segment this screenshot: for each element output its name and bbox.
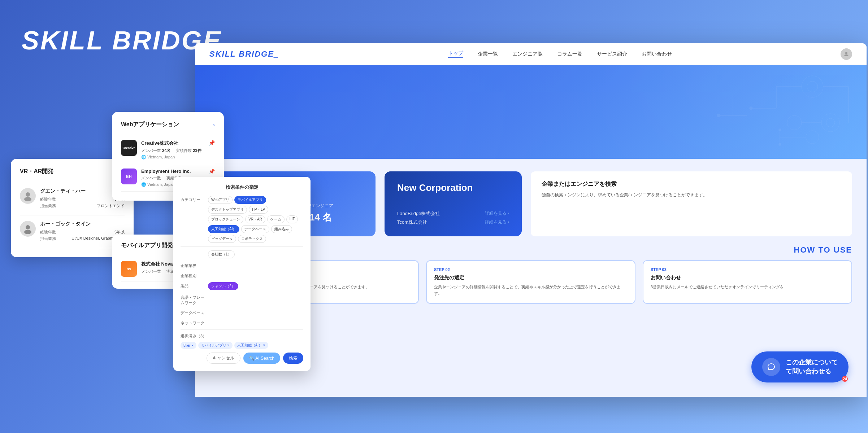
step-2-title: 発注先の選定 xyxy=(434,275,628,281)
tag-mobile[interactable]: モバイルアプリ xyxy=(234,196,266,204)
company-member-novasoft: メンバー数 xyxy=(141,269,161,274)
step-3-title: お問い合わせ xyxy=(651,275,844,281)
engineer-detail-2-exp: 経験年数 5年以 xyxy=(40,229,125,235)
filter-company-count-label xyxy=(181,250,206,258)
corp-company-1-link[interactable]: 詳細を見る › xyxy=(485,210,509,217)
corp-company-2-link[interactable]: 詳細を見る › xyxy=(485,219,509,226)
selected-tags-label: 選択済み（3） xyxy=(181,333,303,339)
search-modal: 検索条件の指定 カテゴリー Webアプリ モバイルアプリ デスクトップアプリ H… xyxy=(173,177,311,371)
svg-point-0 xyxy=(845,52,847,54)
step-card-3: STEP 03 お問い合わせ 3営業日以内にメールでご連絡させていただきオンライ… xyxy=(643,260,852,304)
filter-network-tags xyxy=(208,319,303,326)
engineer-exp-label-1: 経験年数 xyxy=(40,197,56,202)
tag-bigdata[interactable]: ビッグデータ xyxy=(208,235,236,243)
corp-company-2: Tcom株式会社 詳細を見る › xyxy=(397,219,509,226)
svg-point-10 xyxy=(826,118,835,127)
filter-db-label: データベース xyxy=(181,309,206,316)
card-webapp-title: Webアプリケーション xyxy=(121,121,179,128)
tag-hplp[interactable]: HP・LP xyxy=(249,206,268,214)
corp-company-2-name: Tcom株式会社 xyxy=(397,219,427,226)
company-logo-employment: EH xyxy=(121,169,137,184)
selected-tag-ai[interactable]: 人工知能（AI） × xyxy=(234,342,268,349)
chat-button[interactable]: 24 この企業についてて問い合わせる xyxy=(751,351,849,382)
filter-product-label: 製品 xyxy=(181,282,206,290)
step-card-2: STEP 02 発注先の選定 企業やエンジニアの詳細情報を閲覧することで、実績や… xyxy=(426,260,635,304)
selected-tag-mobile[interactable]: モバイルアプリ × xyxy=(198,342,233,349)
tag-company-count[interactable]: 会社数（1） xyxy=(208,250,235,258)
company-info-creative: Creative株式会社 メンバー数 24名 実績件数 23件 🌐 Vietna… xyxy=(141,140,204,159)
company-logo-novasoft: ns xyxy=(121,261,137,277)
modal-title: 検索条件の指定 xyxy=(181,184,303,191)
step-3-label: STEP 03 xyxy=(651,267,844,272)
tag-desktop[interactable]: デスクトップアプリ xyxy=(208,206,247,214)
step-2-desc: 企業やエンジニアの詳細情報を閲覧することで、実績やスキル感が分かった上で選定を行… xyxy=(434,284,628,297)
filter-category-label: カテゴリー xyxy=(181,196,206,243)
tag-genre[interactable]: ジャンル（2） xyxy=(208,282,238,290)
svg-point-2 xyxy=(807,81,818,92)
svg-point-16 xyxy=(806,131,819,144)
engineer-role-value-1: フロントエンド xyxy=(97,203,125,209)
filter-network-row: ネットワーク xyxy=(181,319,303,326)
corp-title: New Corporation xyxy=(397,182,509,193)
filter-framework-tags xyxy=(208,294,303,306)
filter-db-row: データベース xyxy=(181,309,303,316)
tag-game[interactable]: ゲーム xyxy=(267,215,285,223)
nav-user-avatar[interactable] xyxy=(841,48,852,60)
tag-webapps[interactable]: Webアプリ xyxy=(208,196,233,204)
card-vrar-header: VR・AR開発 › xyxy=(20,168,125,175)
svg-point-9 xyxy=(821,114,839,132)
svg-point-12 xyxy=(787,115,802,130)
tag-robotics[interactable]: ロボティクス xyxy=(238,235,266,243)
engineer-name-2: ホー・ゴック・タイン xyxy=(40,221,125,227)
tag-embedded[interactable]: 組み込み xyxy=(271,225,292,233)
search-card-desc: 独自の検索エンジンにより、求めている企業/エンジニアを見つけることができます。 xyxy=(542,192,841,198)
company-item-creative: Creative Creative株式会社 メンバー数 24名 実績件数 23件… xyxy=(121,136,215,164)
engineer-item-2: ホー・ゴック・タイン 経験年数 5年以 担当業務 UI/UX Designer,… xyxy=(20,215,125,248)
filter-product-row: 製品 ジャンル（2） xyxy=(181,282,303,290)
nav-link-top[interactable]: トップ xyxy=(448,50,463,58)
chat-button-text: この企業についてて問い合わせる xyxy=(786,358,838,376)
selected-tags: 5tier × モバイルアプリ × 人工知能（AI） × xyxy=(181,342,303,349)
card-webapp-chevron[interactable]: › xyxy=(213,122,215,128)
filter-framework-row: 言語・フレームワーク xyxy=(181,294,303,306)
pin-icon-creative: 📌 xyxy=(209,140,215,159)
tag-blockchain[interactable]: ブロックチェーン xyxy=(208,215,243,223)
nav-bar: SKILL BRIDGE_ トップ 企業一覧 エンジニア覧 コラム一覧 サービス… xyxy=(195,43,867,65)
filter-company-count-row: 会社数（1） xyxy=(181,250,303,258)
nav-link-contact[interactable]: お問い合わせ xyxy=(642,51,672,57)
tag-vrar[interactable]: VR・AR xyxy=(245,215,265,223)
chat-icon: 24 xyxy=(762,358,780,376)
corp-company-1-name: LandBridge株式会社 xyxy=(397,210,440,217)
corp-companies: LandBridge株式会社 詳細を見る › Tcom株式会社 詳細を見る › xyxy=(397,210,509,226)
filter-company-area-label: 企業業界 xyxy=(181,262,206,268)
nav-link-company-list[interactable]: 企業一覧 xyxy=(478,51,498,57)
tag-iot[interactable]: IoT xyxy=(286,215,298,223)
filter-category-row: カテゴリー Webアプリ モバイルアプリ デスクトップアプリ HP・LP ブロッ… xyxy=(181,196,303,243)
filter-company-type-label: 企業種別 xyxy=(181,272,206,279)
new-corporation-card: New Corporation LandBridge株式会社 詳細を見る › T… xyxy=(385,171,522,236)
nav-link-column[interactable]: コラム一覧 xyxy=(557,51,582,57)
card-mobile-title: モバイルアプリ開発 xyxy=(121,242,173,249)
svg-point-23 xyxy=(26,225,30,229)
svg-point-19 xyxy=(779,129,781,131)
engineer-exp-value-2: 5年以 xyxy=(114,229,125,235)
btn-ai-search[interactable]: 🔍 AI Search xyxy=(243,353,280,364)
how-to-use-title: HOW TO USE xyxy=(794,245,852,254)
btn-search[interactable]: 検索 xyxy=(283,353,303,364)
filter-db-tags xyxy=(208,309,303,316)
card-vrar-title: VR・AR開発 xyxy=(20,168,53,175)
filter-category-tags: Webアプリ モバイルアプリ デスクトップアプリ HP・LP ブロックチェーン … xyxy=(208,196,303,243)
btn-cancel[interactable]: キャンセル xyxy=(207,353,240,364)
tag-ai[interactable]: 人工知能（AI） xyxy=(208,225,239,233)
svg-point-21 xyxy=(26,192,30,197)
engineer-role-label-1: 担当業務 xyxy=(40,203,56,209)
card-webapp-header: Webアプリケーション › xyxy=(121,121,215,128)
company-location-creative: 🌐 Vietnam, Japan xyxy=(141,155,204,159)
nav-links: トップ 企業一覧 エンジニア覧 コラム一覧 サービス紹介 お問い合わせ xyxy=(448,50,672,58)
tag-database[interactable]: データベース xyxy=(241,225,269,233)
engineer-detail-1-exp: 経験年数 5年以 xyxy=(40,197,125,202)
nav-link-engineer-list[interactable]: エンジニア覧 xyxy=(512,51,543,57)
selected-tag-5tier[interactable]: 5tier × xyxy=(181,342,196,349)
nav-link-service[interactable]: サービス紹介 xyxy=(597,51,627,57)
corp-company-1: LandBridge株式会社 詳細を見る › xyxy=(397,210,509,217)
